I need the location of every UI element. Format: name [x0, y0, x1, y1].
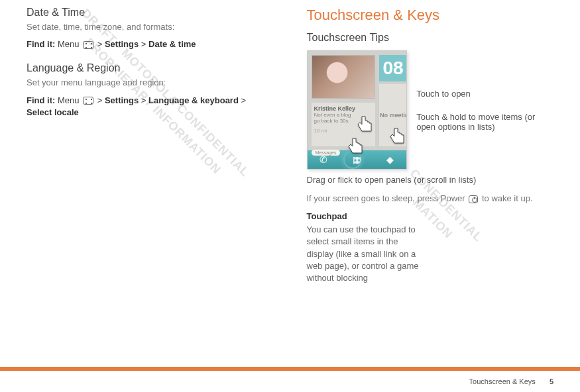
findit-label: Find it: — [27, 39, 55, 49]
findit-select-locale: Select locale — [27, 107, 79, 117]
touchpad-heading: Touchpad — [307, 211, 554, 221]
drag-arrow — [314, 169, 394, 170]
language-region-subtext: Set your menu language and region: — [27, 77, 274, 89]
date-time-heading: Date & Time — [27, 7, 274, 19]
contact-name: Kristine Kelley — [314, 105, 373, 112]
callout-column: Touch to open Touch & hold to move items… — [416, 50, 553, 170]
sleep-text-part1: If your screen goes to sleep, press Powe… — [307, 193, 465, 203]
language-region-heading: Language & Region — [27, 62, 274, 74]
findit-date-time-target: Date & time — [148, 39, 196, 49]
findit-date-time: Find it: Menu > Settings > Date & time — [27, 38, 274, 50]
hand-pointer-icon — [354, 114, 375, 135]
date-badge: 08 THU JUL — [379, 55, 408, 81]
svg-marker-0 — [314, 169, 392, 170]
hand-pointer-icon — [345, 136, 366, 157]
findit-lang-kbd: Language & keyboard — [148, 95, 239, 105]
contact-photo — [312, 55, 375, 99]
touchscreen-tips-heading: Touchscreen Tips — [307, 32, 554, 44]
date-day-number: 08 — [383, 58, 404, 79]
findit-language-region: Find it: Menu > Settings > Language & ke… — [27, 95, 274, 119]
hand-pointer-icon — [386, 126, 408, 147]
footer-section-name: Touchscreen & Keys — [469, 377, 536, 385]
phone-screen-mockup: 08 THU JUL Kristine Kelley Not even a bl… — [307, 50, 408, 170]
page-footer: Touchscreen & Keys 5 — [0, 367, 580, 392]
menu-grid-icon — [83, 41, 93, 49]
callout-touch-open: Touch to open — [416, 89, 553, 99]
date-month: JUL — [406, 68, 408, 75]
footer-page-number: 5 — [550, 377, 553, 385]
findit-settings: Settings — [105, 95, 139, 105]
messages-pill: Messages — [312, 150, 341, 156]
findit-settings: Settings — [105, 39, 139, 49]
sleep-text-part2: to wake it up. — [482, 193, 533, 203]
touchpad-paragraph: You can use the touchpad to select small… — [307, 224, 426, 284]
findit-menu-text: Menu — [58, 95, 80, 105]
sleep-wake-text: If your screen goes to sleep, press Powe… — [307, 193, 546, 205]
findit-label: Find it: — [27, 95, 55, 105]
callout-touch-hold: Touch & hold to move items (or open opti… — [416, 112, 553, 132]
date-time-subtext: Set date, time, time zone, and formats: — [27, 21, 274, 33]
findit-menu-text: Menu — [58, 39, 80, 49]
page-title: Touchscreen & Keys — [307, 7, 554, 24]
menu-grid-icon — [83, 97, 93, 105]
contacts-icon: ◆ — [373, 154, 406, 165]
phone-icon: ✆ — [308, 154, 341, 165]
power-button-icon — [469, 195, 478, 203]
drag-caption: Drag or flick to open panels (or scroll … — [307, 175, 554, 185]
